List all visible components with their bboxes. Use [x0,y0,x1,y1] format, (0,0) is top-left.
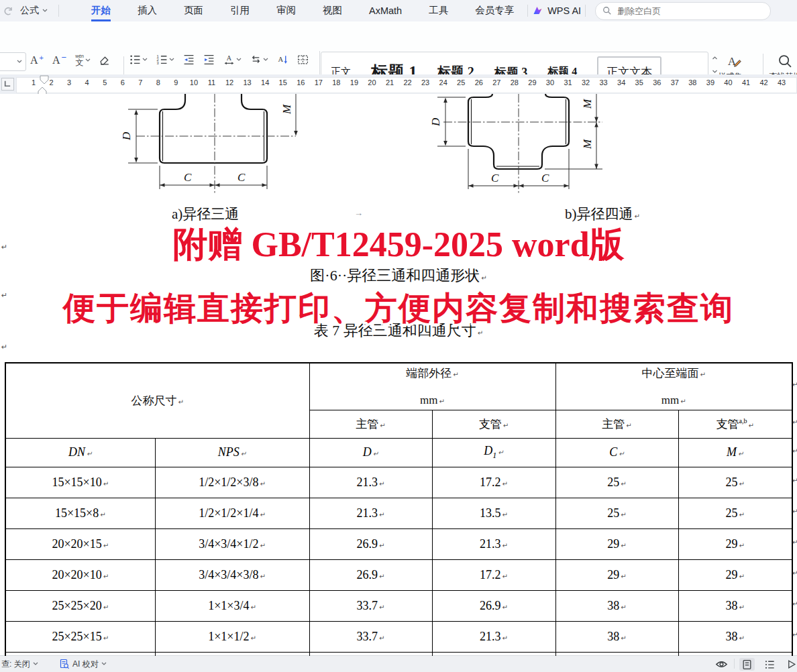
ruler-number: 33 [599,78,607,87]
row-end-mark: ↵ [792,569,797,577]
fullscreen-play-button[interactable] [784,656,797,672]
play-icon [786,659,797,670]
margin-paragraph-mark: ↵ [1,291,7,300]
tab-工具[interactable]: 工具 [429,0,448,21]
ruler-number: 13 [243,78,251,87]
chevron-down-icon [42,9,48,13]
table-cell: 17.2↵ [432,467,555,498]
table-cell: 38↵ [555,590,678,621]
font-size-select[interactable] [0,52,26,71]
formula-menu[interactable]: 公式 [17,5,50,17]
row-end-mark: ↵ [792,477,797,484]
table-cell: 25↵ [678,467,792,498]
ruler-number: 27 [492,78,500,87]
table-cell: 21.3↵ [309,498,432,528]
ruler-number: 29 [528,78,536,87]
text-to-table-button[interactable] [295,52,311,66]
font-decrease-button[interactable]: A− [50,54,68,67]
page-view-button[interactable] [739,656,755,672]
header-symbol: D1↵ [432,438,555,467]
ruler-number: 14 [261,78,269,87]
header-group-2: 中心至端面↵mm↵ [555,363,792,410]
numbered-list-button[interactable]: 1 2 3 [154,52,176,66]
chevron-down-icon [17,60,22,64]
tab-视图[interactable]: 视图 [323,0,342,21]
table-cell: 29↵ [678,528,792,559]
ruler-number: 15 [279,78,287,87]
eye-icon [715,658,728,671]
promo-overlay-line1: 附赠 GB/T12459-2025 word版 [172,221,624,268]
ruler-number: 37 [671,78,679,87]
text-direction-button[interactable] [248,52,270,66]
tab-开始[interactable]: 开始 [91,0,111,21]
table-cell: 25×25×15↵ [5,621,155,652]
ai-proofread-label: AI 校对 [72,659,99,670]
svg-text:A: A [278,56,284,63]
table-cell: 21.3↵ [432,621,555,652]
status-bar: 查: 关闭 AI 校对 [0,655,797,672]
font-increase-button[interactable]: A+ [28,54,46,67]
ribbon-tab-list: 开始插入页面引用审阅视图AxMath工具会员专享 [91,0,514,21]
find-replace-icon [778,54,792,68]
tab-插入[interactable]: 插入 [138,0,157,21]
decrease-indent-button[interactable] [181,52,197,66]
outline-view-icon [764,659,776,670]
chevron-down-icon [101,662,107,666]
header-sub: 主管↵ [555,410,678,438]
eye-protection-button[interactable] [715,656,728,672]
search-icon [602,6,612,15]
char-scale-button[interactable]: A [221,52,244,66]
ruler-number: 39 [706,78,714,87]
ruler-number: 18 [332,78,340,87]
header-nominal-size: 公称尺寸↵ [5,363,309,438]
outline-view-button[interactable] [762,656,778,672]
svg-text:C: C [541,172,549,184]
tab-页面[interactable]: 页面 [184,0,203,21]
spellcheck-status[interactable]: 查: 关闭 [1,656,38,672]
bullet-list-button[interactable] [127,52,150,66]
table-cell: 38↵ [678,590,792,621]
sort-icon: A [277,54,288,65]
table-cell: 26.9↵ [309,559,432,590]
row-end-mark: ↵ [792,508,797,515]
tab-会员专享[interactable]: 会员专享 [475,0,514,21]
row-end-mark: ↵ [792,600,797,608]
search-input[interactable] [616,5,739,17]
svg-text:C: C [184,171,192,184]
table-cell: 26.9↵ [309,528,432,559]
ai-proofread-button[interactable]: AI 校对 [59,656,107,672]
tab-引用[interactable]: 引用 [230,0,250,21]
svg-text:D: D [123,131,133,141]
increase-indent-button[interactable] [201,52,217,66]
chevron-down-icon [33,662,38,666]
clear-format-button[interactable] [97,53,113,67]
pinyin-guide-button[interactable]: wén 文 [73,52,93,68]
ruler-number: 19 [350,78,358,87]
sort-button[interactable]: A [275,52,290,66]
top-tab-bar: 公式 开始插入页面引用审阅视图AxMath工具会员专享 WPS AI [0,0,797,22]
ruler-number: 9 [174,78,178,87]
ribbon-toolbar: A+ A− wén 文 [0,21,797,75]
command-search[interactable] [595,2,771,20]
svg-text:C: C [491,172,499,184]
table-cell: 1/2×1/2×3/8↵ [155,467,309,498]
svg-text:M: M [581,139,594,150]
figure-label-a: a)异径三通 [172,205,239,223]
wps-window: 公式 开始插入页面引用审阅视图AxMath工具会员专享 WPS AI [0,0,797,672]
tab-AxMath[interactable]: AxMath [369,0,402,21]
table-cell: 33.7↵ [309,621,432,652]
header-symbol: C↵ [555,438,678,467]
table-row: 25×25×20↵1×1×3/4↵33.7↵26.9↵38↵38↵ [5,590,792,621]
tab-审阅[interactable]: 审阅 [276,0,296,21]
dimensions-table[interactable]: 公称尺寸↵端部外径↵mm↵中心至端面↵mm↵主管↵支管↵主管↵支管a,b↵DN↵… [5,362,793,656]
redo-icon[interactable] [3,5,13,16]
ruler-number: 43 [778,78,786,87]
horizontal-ruler[interactable]: 1234567891011121314151617181920212223242… [0,74,797,94]
ruler-number: 3 [67,78,71,87]
wps-ai-button[interactable]: WPS AI [532,0,581,21]
chevron-down-icon [142,58,148,62]
document-page[interactable]: D M C C D [0,94,797,656]
page-view-icon [741,659,753,670]
ruler-number: 17 [315,78,323,87]
wps-ai-label: WPS AI [547,5,581,16]
